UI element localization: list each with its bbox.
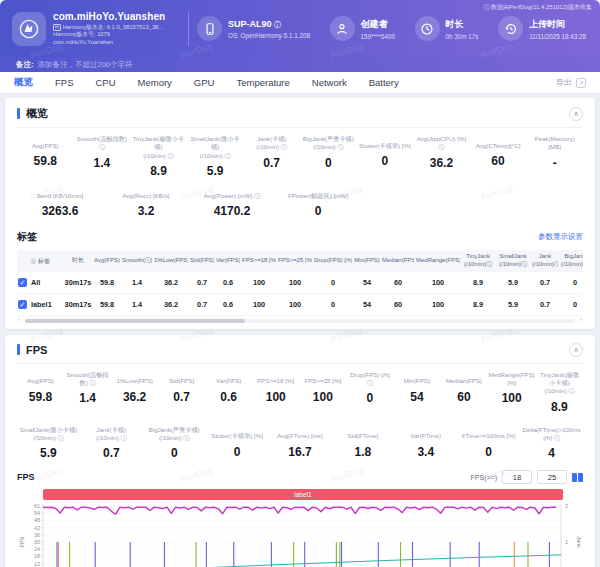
collapse-fps-button[interactable]: ∧ xyxy=(569,343,583,357)
table-header-7: FPS>=18 [%] xyxy=(241,250,277,272)
history-clock-icon xyxy=(498,16,523,41)
fps-metric2-2: BigJank(严重卡顿)(/10min) ⓘ0 xyxy=(143,426,206,461)
row-checkbox-label1[interactable]: ✓ xyxy=(18,300,27,309)
fps-metric2-6: Var(FTime)3.4 xyxy=(394,426,457,461)
fps-metric2-2-value: 0 xyxy=(144,446,205,460)
note-label: 备注: xyxy=(16,60,34,70)
cell-1-14: 0.7 xyxy=(531,293,559,315)
cell-1-4: 0.7 xyxy=(189,293,215,315)
fps-metric2-7: FTime>=100ms [%]0 xyxy=(457,426,520,461)
person-icon xyxy=(330,16,355,41)
cell-1-11: 100 xyxy=(415,293,461,315)
fps-metric2-1: Jank(卡顿)(/10min) ⓘ0.7 xyxy=(80,426,143,461)
scroll-left-icon[interactable]: ‹ xyxy=(18,316,20,322)
overview-metric-3-value: 5.9 xyxy=(188,164,243,178)
svg-text:18: 18 xyxy=(34,554,40,560)
scroll-right-icon[interactable]: › xyxy=(580,316,582,322)
fps-metric-8-value: 54 xyxy=(394,390,439,404)
wolf-logo-icon xyxy=(18,18,40,40)
tab-GPU[interactable]: GPU xyxy=(194,77,215,88)
table-header-9: Drop(FPS) [/h]ⓘ xyxy=(313,250,353,272)
overview-metric-2-value: 8.9 xyxy=(131,164,186,178)
overview-net-metric-0-value: 3263.6 xyxy=(18,204,102,218)
table-header-13: TinyJank(/10min)ⓘ xyxy=(461,250,495,272)
overview-metric-7-value: 36.2 xyxy=(414,156,469,170)
label1-region-bar[interactable]: label1 xyxy=(43,489,563,500)
cell-0-0: 30m17s xyxy=(63,272,93,294)
chart-settings-icon[interactable] xyxy=(572,473,583,482)
overview-metric-6: Stutter(卡顿率) [%]0 xyxy=(357,135,414,178)
table-header-16: BigJank(/10min)ⓘ xyxy=(559,250,583,272)
cell-1-9: 54 xyxy=(353,293,381,315)
cell-0-1: 59.8 xyxy=(93,272,121,294)
table-header-5: Std(FPS) xyxy=(189,250,215,272)
table-header-14: SmallJank(/10min)ⓘ xyxy=(495,250,531,272)
overview-metric-8-value: 60 xyxy=(471,154,526,168)
cell-1-2: 1.4 xyxy=(121,293,153,315)
harmony-version: Harmony版本名: 6.1.0_38157513_38... xyxy=(63,24,164,31)
report-body: 概览 ∧ Avg(FPS)59.8Smooth(流畅指数) ⓘ1.4TinyJa… xyxy=(0,94,600,567)
table-header-11: Median(FPS) xyxy=(381,250,415,272)
report-header: ⓘ 数据由PerfDog(11.4.251012)版本收集 com.miHoYo… xyxy=(0,0,600,57)
cell-0-4: 0.7 xyxy=(189,272,215,294)
row-checkbox-All[interactable]: ✓ xyxy=(18,278,27,287)
cell-1-8: 0 xyxy=(313,293,353,315)
param-display-settings-link[interactable]: 参数显示设置 xyxy=(538,232,583,242)
tab-Memory[interactable]: Memory xyxy=(138,77,172,88)
cell-0-5: 0.6 xyxy=(215,272,241,294)
fps-metric-2-value: 36.2 xyxy=(112,390,157,404)
overview-net-metric-2-value: 4170.2 xyxy=(190,204,274,218)
note-placeholder: 添加备注，不超过200个字符 xyxy=(38,60,133,70)
row-label-name: All xyxy=(31,278,40,287)
export-icon[interactable]: ↗ xyxy=(576,78,586,88)
device-info-icon[interactable]: ⓘ xyxy=(274,21,281,28)
table-header-12: MedRange(FPS)[%] xyxy=(415,250,461,272)
fps-metric2-3: Stutter(卡顿率) [%]0 xyxy=(206,426,269,461)
export-label[interactable]: 导出 xyxy=(556,77,572,88)
cell-0-6: 100 xyxy=(241,272,277,294)
fps-chart[interactable]: 0612182430364248546101200:0001:3603:1204… xyxy=(17,502,587,567)
fps-metric-10: MedRange(FPS)[%]100 xyxy=(487,371,535,414)
cell-1-15: 0 xyxy=(559,293,583,315)
fps-metric-5-value: 100 xyxy=(253,390,298,404)
overview-net-metric-0: Send [KB/10min]3263.6 xyxy=(17,185,103,218)
overview-metric-9: Peak(Memory) [MB]- xyxy=(526,135,583,178)
cell-1-3: 36.2 xyxy=(153,293,189,315)
table-scrollbar-thumb[interactable] xyxy=(25,319,245,323)
fps-threshold-input-1[interactable] xyxy=(502,470,532,484)
fps-metric-5: FPS>=18 [%]100 xyxy=(252,371,299,414)
app-icon xyxy=(12,12,46,46)
app-package-name: com.miHoYo.Yuanshen xyxy=(53,11,165,24)
eye-icon[interactable]: ◎ xyxy=(30,257,36,264)
svg-text:54: 54 xyxy=(34,511,40,517)
upload-time-block: 上传时间 11/11/2025 18:43:28 xyxy=(498,16,586,41)
fps-metric2-8-value: 4 xyxy=(521,446,582,460)
table-scrollbar[interactable]: ‹ › xyxy=(25,319,575,323)
duration-label: 时长 xyxy=(446,18,479,31)
fps-metric-1: Smooth(流畅指数) ⓘ1.4 xyxy=(64,371,111,414)
tab-Battery[interactable]: Battery xyxy=(369,77,399,88)
cell-0-3: 36.2 xyxy=(153,272,189,294)
tab-CPU[interactable]: CPU xyxy=(95,77,115,88)
fps-threshold-input-2[interactable] xyxy=(537,470,567,484)
cell-1-10: 60 xyxy=(381,293,415,315)
tab-Network[interactable]: Network xyxy=(312,77,347,88)
duration-value: 0h 30m 17s xyxy=(446,33,479,40)
tab-FPS[interactable]: FPS xyxy=(55,77,73,88)
table-header-3: Smooth(ⓘ) xyxy=(121,250,153,272)
duration-block: 时长 0h 30m 17s xyxy=(415,16,479,41)
overview-metric-1: Smooth(流畅指数) ⓘ1.4 xyxy=(74,135,131,178)
labels-title: 标签 xyxy=(17,230,37,244)
note-bar[interactable]: 备注: 添加备注，不超过200个字符 xyxy=(0,57,600,72)
fps-metric-9: Median(FPS)60 xyxy=(440,371,487,414)
collapse-overview-button[interactable]: ∧ xyxy=(569,107,583,121)
tab-Temperature[interactable]: Temperature xyxy=(236,77,289,88)
overview-metric-3: SmallJank(微小卡顿)(/10min) ⓘ5.9 xyxy=(187,135,244,178)
fps-metric-11: TinyJank(极微小卡顿)(/10min) ⓘ8.9 xyxy=(536,371,583,414)
cell-0-11: 100 xyxy=(415,272,461,294)
device-os: OS: OpenHarmony-5.1.1.208 xyxy=(228,32,310,39)
tab-概览[interactable]: 概览 xyxy=(14,76,33,89)
overview-metric-4-value: 0.7 xyxy=(244,156,299,170)
table-header-2: Avg(FPS) xyxy=(93,250,121,272)
overview-card: 概览 ∧ Avg(FPS)59.8Smooth(流畅指数) ⓘ1.4TinyJa… xyxy=(5,98,595,329)
